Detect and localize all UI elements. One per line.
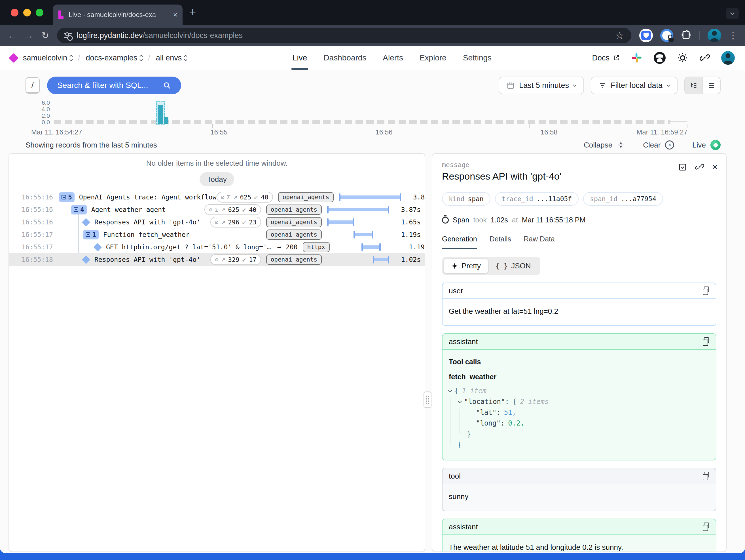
card-body: Get the weather at lat=51 lng=0.2 [443,299,716,325]
bitwarden-extension-icon[interactable] [639,29,653,42]
forward-button[interactable]: → [24,30,33,41]
list-view-button[interactable] [703,77,720,94]
browser-menu-icon[interactable]: ⋮ [728,30,738,41]
today-badge[interactable]: Today [200,172,234,186]
share-link-icon[interactable] [700,53,710,63]
new-tab-button[interactable]: + [189,6,196,19]
docs-link[interactable]: Docs [592,54,620,62]
scope-tag[interactable]: openai_agents [278,192,334,202]
x-tick-mark [529,124,529,128]
extensions-puzzle-icon[interactable] [681,30,692,41]
scope-tag[interactable]: openai_agents [266,229,322,240]
copy-link-icon[interactable] [695,162,704,172]
copy-icon[interactable] [702,472,710,480]
env-name: all envs [156,54,182,62]
copy-icon[interactable] [702,523,710,531]
pretty-view-button[interactable]: Pretty [444,259,488,273]
minimize-window-button[interactable] [23,9,31,17]
slack-icon[interactable] [631,52,642,64]
histogram-bar[interactable] [164,117,168,124]
tab-explore[interactable]: Explore [420,46,447,70]
showing-records-text: Showing records from the last 5 minutes [26,141,157,150]
tab-close-icon[interactable]: × [173,10,177,19]
theme-sun-icon[interactable] [677,52,688,64]
copy-icon[interactable] [702,286,710,295]
scope-tag[interactable]: openai_agents [266,205,322,215]
collapse-count-badge[interactable]: 5 [59,192,74,202]
url-text[interactable]: logfire.pydantic.dev/samuelcolvin/docs-e… [77,31,242,40]
breadcrumb-separator: / [148,54,150,62]
org-selector[interactable]: samuelcolvin [23,54,72,62]
list-view-icon [708,82,715,89]
main-nav: Live Dashboards Alerts Explore Settings [293,46,492,70]
trace-row[interactable]: 16:55:16 Responses API with 'gpt-4o' ∅ ↗… [9,216,425,228]
filter-local-data-dropdown[interactable]: Filter local data [591,76,678,94]
trace-row-selected[interactable]: 16:55:18 Responses API with 'gpt-4o' ∅ ↗… [9,253,425,266]
trace-row[interactable]: 16:55:17 GET httpbin.org/get ? lat='51.0… [9,241,425,253]
slash-shortcut-key: / [26,77,40,94]
bookmark-star-icon[interactable]: ☆ [615,30,624,41]
tab-details[interactable]: Details [490,235,511,249]
pretty-json-toggle: Pretty { } JSON [442,257,540,275]
duration-bar [339,195,400,199]
github-icon[interactable] [654,52,666,64]
close-detail-icon[interactable]: × [712,162,717,172]
tokens-icon: ∅ [215,256,218,263]
records-histogram: 6.0 4.0 2.0 0.0 Mar 11. 16:54:27 16:55 1… [0,100,745,137]
privacy-extension-icon[interactable] [660,29,673,42]
site-settings-icon[interactable] [64,32,72,39]
tab-title: Live · samuelcolvin/docs-exa [69,11,169,19]
project-selector[interactable]: docs-examples [86,54,142,62]
env-selector[interactable]: all envs [156,54,187,62]
caret-down-icon[interactable] [458,399,462,403]
user-avatar[interactable] [721,51,735,65]
trace-row[interactable]: 16:55:17 1 Function fetch_weather openai… [9,228,425,241]
copy-icon[interactable] [702,337,710,346]
trace-id-pill[interactable]: trace_id...11a05f [495,192,579,206]
x-tick-label: 16:58 [541,128,558,136]
traffic-lights[interactable] [11,9,43,17]
chevron-down-icon [573,83,577,87]
span-id-pill[interactable]: span_id...a77954 [583,192,663,206]
trace-row[interactable]: 16:55:16 4 Agent weather agent ∅ Σ ↗625 … [9,204,425,216]
tab-live[interactable]: Live [293,46,307,70]
tab-raw-data[interactable]: Raw Data [524,235,555,249]
address-bar[interactable]: logfire.pydantic.dev/samuelcolvin/docs-e… [57,28,631,43]
tab-generation[interactable]: Generation [442,235,477,249]
browser-tab[interactable]: Live · samuelcolvin/docs-exa × [53,4,183,25]
tab-alerts[interactable]: Alerts [383,46,403,70]
archive-check-icon[interactable] [678,162,687,172]
tab-settings[interactable]: Settings [463,46,492,70]
panel-resize-handle[interactable] [424,392,431,408]
caret-down-icon[interactable] [448,388,452,392]
search-button[interactable]: Search & filter with SQL... [47,76,181,94]
zoom-window-button[interactable] [36,9,43,17]
scope-tag[interactable]: httpx [303,242,330,252]
scope-tag[interactable]: openai_agents [266,217,322,227]
json-view-button[interactable]: { } JSON [488,259,538,273]
scope-tag[interactable]: openai_agents [266,254,322,265]
tree-view-button[interactable] [685,77,703,94]
trace-row[interactable]: 16:55:16 5 OpenAI Agents trace: Agent wo… [9,191,425,204]
tab-search-button[interactable] [726,8,739,19]
collapse-count-badge[interactable]: 1 [83,230,99,240]
collapse-count-badge[interactable]: 4 [71,205,87,215]
back-button[interactable]: ← [7,30,17,41]
collapse-button[interactable]: Collapse [584,141,625,150]
span-detail-panel: message Responses API with 'gpt-4o' × ki… [432,153,726,552]
live-toggle[interactable]: Live [692,140,721,150]
histogram-bar[interactable] [158,105,163,124]
reload-button[interactable]: ↻ [41,30,49,41]
close-window-button[interactable] [11,9,19,17]
divider [699,31,700,40]
clear-button[interactable]: Clear × [643,141,674,150]
histogram-plot-area[interactable] [54,100,687,125]
span-meta-pills: kindspan trace_id...11a05f span_id...a77… [442,192,716,206]
span-timeline [328,230,389,239]
x-tick-label: 16:56 [375,128,392,136]
http-status-code: 200 [286,243,298,251]
span-diamond-icon [82,218,91,226]
time-range-dropdown[interactable]: Last 5 minutes [499,76,584,94]
browser-profile-avatar[interactable] [708,29,721,42]
tab-dashboards[interactable]: Dashboards [323,46,366,70]
